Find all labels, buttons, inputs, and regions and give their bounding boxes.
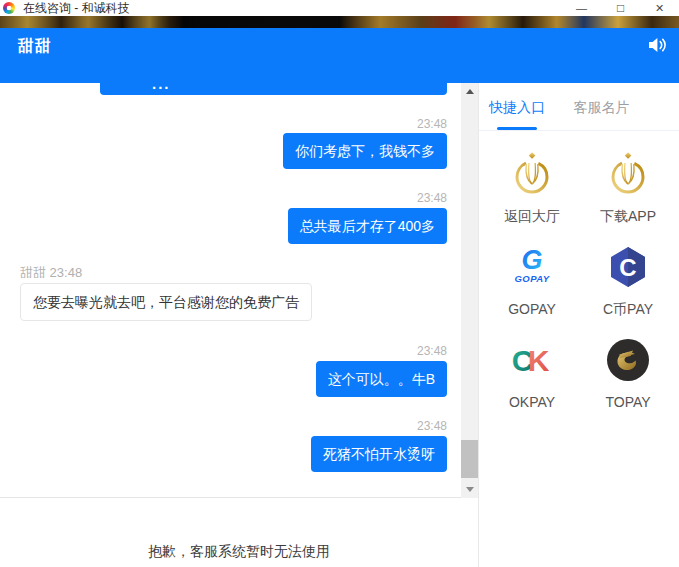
- window-title: 在线咨询 - 和诚科技: [23, 0, 130, 16]
- minimize-button[interactable]: —: [562, 0, 601, 16]
- chat-message-area: ... 23:48 你们考虑下，我钱不多 23:48 总共最后才存了400多 甜…: [0, 83, 478, 498]
- sidebar: 快捷入口 客服名片: [478, 83, 679, 567]
- message-text: ...: [152, 80, 171, 88]
- app-window: 在线咨询 - 和诚科技 — □ ✕ 甜甜 ... 23:48 你们考虑下，我钱不…: [0, 0, 679, 567]
- message-bubble-outgoing: 死猪不怕开水烫呀: [311, 436, 447, 472]
- gopay-wordmark: GOPAY: [515, 273, 551, 284]
- message-bubble-incoming: 您要去曝光就去吧，平台感谢您的免费广告: [20, 283, 312, 321]
- speaker-icon[interactable]: [648, 37, 666, 53]
- message-bubble-outgoing: 总共最后才存了400多: [288, 208, 447, 244]
- scroll-up-button[interactable]: [461, 83, 478, 100]
- download-app-wheat-gold-icon: [606, 152, 650, 196]
- message-timestamp: 23:48: [417, 191, 447, 205]
- scrollbar-thumb[interactable]: [461, 440, 478, 478]
- window-titlebar: 在线咨询 - 和诚科技 — □ ✕: [0, 0, 679, 16]
- close-button[interactable]: ✕: [640, 0, 679, 16]
- scroll-down-icon: [466, 487, 474, 492]
- shortcut-label: 下载APP: [600, 208, 656, 226]
- message-timestamp: 23:48: [417, 344, 447, 358]
- cbipay-icon: C: [606, 245, 650, 289]
- message-bubble-outgoing-partial: ...: [100, 73, 447, 95]
- app-logo-icon: [3, 2, 15, 14]
- agent-name: 甜甜: [18, 36, 52, 57]
- gopay-g-letter: G: [521, 245, 542, 275]
- lobby-wheat-gold-icon: [510, 152, 554, 196]
- shortcut-item-download-app[interactable]: 下载APP: [600, 152, 656, 226]
- background-banner-image: [0, 16, 679, 28]
- shortcut-label: OKPAY: [509, 394, 555, 410]
- shortcut-item-cbipay[interactable]: C C币PAY: [603, 245, 653, 319]
- system-unavailable-notice: 抱歉，客服系统暂时无法使用: [148, 543, 330, 561]
- chat-scrollbar[interactable]: [461, 83, 478, 498]
- message-timestamp: 23:48: [417, 419, 447, 433]
- message-timestamp: 23:48: [417, 117, 447, 131]
- tab-service-card[interactable]: 客服名片: [573, 99, 629, 130]
- scroll-down-button[interactable]: [461, 481, 478, 498]
- okpay-k-letter: K: [528, 344, 550, 377]
- message-bubble-outgoing: 你们考虑下，我钱不多: [283, 133, 447, 169]
- shortcut-label: C币PAY: [603, 301, 653, 319]
- shortcut-item-topay[interactable]: TOPAY: [605, 338, 650, 410]
- sidebar-tabs: 快捷入口 客服名片: [479, 83, 679, 131]
- topay-icon: [606, 338, 650, 382]
- gopay-icon: G GOPAY: [510, 245, 554, 289]
- tab-quick-entry[interactable]: 快捷入口: [489, 99, 545, 130]
- shortcut-item-return-lobby[interactable]: 返回大厅: [504, 152, 560, 226]
- window-controls: — □ ✕: [562, 0, 679, 16]
- shortcut-label: TOPAY: [605, 394, 650, 410]
- shortcut-label: 返回大厅: [504, 208, 560, 226]
- shortcut-label: GOPAY: [508, 301, 556, 317]
- sender-label: 甜甜 23:48: [20, 264, 82, 282]
- okpay-icon: C K: [510, 338, 554, 382]
- shortcut-grid: 返回大厅 下载APP: [479, 131, 679, 410]
- maximize-button[interactable]: □: [601, 0, 640, 16]
- shortcut-item-gopay[interactable]: G GOPAY GOPAY: [508, 245, 556, 319]
- shortcut-item-okpay[interactable]: C K OKPAY: [509, 338, 555, 410]
- chat-footer: 抱歉，客服系统暂时无法使用: [0, 499, 478, 567]
- cbipay-c-letter: C: [619, 254, 636, 281]
- message-bubble-outgoing: 这个可以。。牛B: [316, 361, 447, 397]
- scroll-up-icon: [466, 89, 474, 94]
